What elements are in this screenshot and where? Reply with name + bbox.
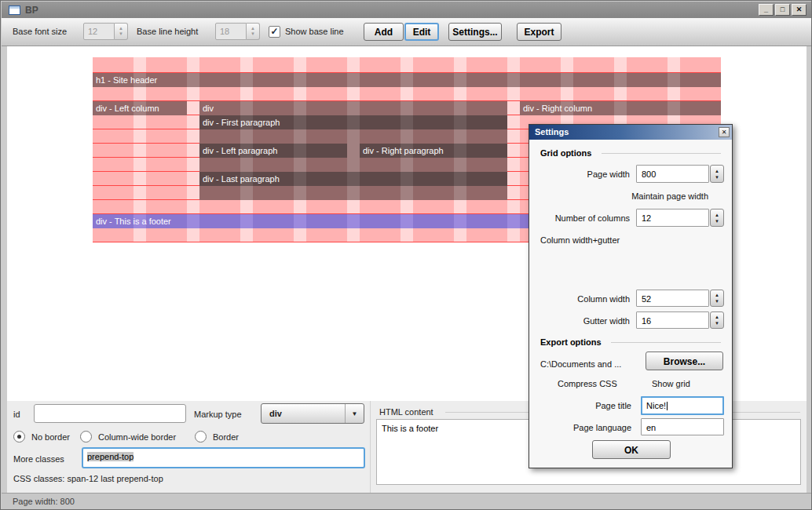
show-base-line-label: Show base line (285, 27, 344, 36)
close-button[interactable]: ✕ (792, 4, 807, 16)
markup-type-label: Markup type (194, 410, 242, 419)
canvas-element-right-column[interactable]: div - Right column (520, 101, 721, 115)
canvas-element-site-header[interactable]: h1 - Site header (93, 73, 721, 87)
markup-type-dropdown[interactable]: div ▼ (261, 403, 364, 424)
text-caret (667, 402, 668, 410)
spin-down-icon[interactable]: ▼ (715, 174, 719, 180)
column-width-input[interactable]: 52 (636, 290, 709, 307)
border-radio[interactable] (195, 431, 207, 443)
canvas-element-first-paragraph[interactable]: div - First paragraph (199, 115, 507, 129)
gutter-width-spin-buttons[interactable]: ▲ ▼ (710, 311, 724, 329)
no-border-label: No border (31, 432, 70, 442)
column-width-spin-buttons[interactable]: ▲ ▼ (710, 290, 724, 307)
markup-type-value: div (262, 409, 345, 418)
dropdown-arrow-icon: ▼ (345, 404, 364, 423)
base-font-size-value[interactable]: 12 (83, 23, 115, 40)
more-classes-label: More classes (13, 454, 64, 464)
check-icon: ✓ (270, 26, 278, 37)
canvas-element-left-column[interactable]: div - Left column (93, 101, 187, 115)
application-window: BP _ □ ✕ Base font size 12 ▲ ▼ Base line… (0, 0, 812, 510)
spin-up-icon[interactable]: ▲ (715, 212, 719, 218)
export-button[interactable]: Export (517, 23, 561, 41)
page-language-label: Page language (529, 423, 631, 432)
selected-text: prepend-top (87, 452, 134, 461)
export-path-text: C:\Documents and ... (540, 359, 642, 369)
base-line-height-spinner[interactable]: 18 ▲ ▼ (215, 23, 260, 40)
maintain-page-width-label: Maintain page width (529, 191, 708, 201)
spin-up-icon[interactable]: ▲ (715, 168, 719, 174)
number-of-columns-label: Number of columns (529, 213, 630, 223)
canvas-element-last-paragraph[interactable]: div - Last paragraph (199, 172, 507, 186)
spin-down-icon[interactable]: ▼ (715, 218, 719, 224)
more-classes-input[interactable]: prepend-top (82, 447, 365, 468)
browse-button[interactable]: Browse... (646, 352, 723, 370)
html-content-label: HTML content (379, 407, 433, 417)
grid-options-line (602, 153, 721, 154)
spin-up-icon[interactable]: ▲ (119, 26, 123, 31)
id-label: id (13, 410, 20, 419)
canvas-element-right-paragraph[interactable]: div - Right paragraph (360, 144, 507, 158)
page-title-label: Page title (529, 401, 631, 410)
page-language-input[interactable]: en (641, 418, 724, 435)
page-width-spin-buttons[interactable]: ▲ ▼ (710, 165, 724, 183)
base-line-height-label: Base line height (137, 27, 198, 36)
page-width-label: Page width (529, 169, 630, 179)
column-width-label: Column width (529, 294, 630, 304)
spin-up-icon[interactable]: ▲ (251, 26, 255, 31)
page-title-input[interactable]: Nice! (641, 396, 724, 415)
edit-button[interactable]: Edit (404, 23, 439, 41)
status-text: Page width: 800 (13, 497, 75, 506)
border-label: Border (213, 432, 239, 442)
base-line-height-spin-buttons[interactable]: ▲ ▼ (247, 23, 260, 40)
export-options-heading: Export options (540, 337, 602, 347)
spin-down-icon[interactable]: ▼ (715, 320, 719, 326)
grid-options-heading: Grid options (540, 148, 591, 158)
gutter-width-label: Gutter width (529, 316, 630, 326)
export-options-line (611, 342, 721, 343)
spin-up-icon[interactable]: ▲ (715, 314, 719, 320)
column-wide-border-label: Column-wide border (98, 432, 176, 442)
title-bar[interactable]: BP _ □ ✕ (2, 2, 811, 18)
spin-down-icon[interactable]: ▼ (715, 298, 719, 304)
app-icon (9, 5, 20, 15)
base-line-height-value[interactable]: 18 (215, 23, 247, 40)
column-width-gutter-label: Column width+gutter (529, 235, 630, 245)
settings-dialog: Settings ✕ Grid options Page width 800 ▲… (529, 124, 733, 468)
page-title-value: Nice! (646, 401, 666, 410)
settings-button[interactable]: Settings... (448, 23, 502, 41)
page-width-input[interactable]: 800 (636, 165, 709, 183)
dialog-title: Settings (535, 127, 569, 137)
toolbar: Base font size 12 ▲ ▼ Base line height 1… (2, 18, 811, 46)
spin-down-icon[interactable]: ▼ (119, 31, 123, 37)
canvas-element-left-paragraph[interactable]: div - Left paragraph (199, 144, 347, 158)
spin-down-icon[interactable]: ▼ (251, 31, 255, 37)
no-border-radio[interactable] (13, 431, 25, 443)
base-font-size-spin-buttons[interactable]: ▲ ▼ (115, 23, 128, 40)
base-font-size-spinner[interactable]: 12 ▲ ▼ (83, 23, 128, 40)
dialog-title-bar[interactable]: Settings (529, 125, 732, 140)
show-grid-label: Show grid (652, 379, 722, 388)
minimize-button[interactable]: _ (759, 4, 774, 16)
compress-css-label: Compress CSS (558, 379, 636, 388)
id-input[interactable] (34, 404, 186, 423)
dialog-close-button[interactable]: ✕ (719, 127, 730, 137)
column-wide-border-radio[interactable] (80, 431, 92, 443)
status-bar: Page width: 800 (2, 493, 811, 510)
ok-button[interactable]: OK (592, 440, 671, 459)
panel-divider (370, 401, 371, 493)
gutter-width-input[interactable]: 16 (636, 311, 709, 329)
window-title: BP (25, 5, 38, 16)
number-of-columns-input[interactable]: 12 (636, 209, 709, 227)
add-button[interactable]: Add (364, 23, 404, 41)
number-of-columns-spin-buttons[interactable]: ▲ ▼ (710, 209, 724, 227)
spin-up-icon[interactable]: ▲ (715, 292, 719, 298)
base-font-size-label: Base font size (13, 27, 67, 36)
maximize-button[interactable]: □ (775, 4, 790, 16)
show-base-line-checkbox[interactable]: ✓ (269, 26, 280, 38)
css-classes-text: CSS classes: span-12 last prepend-top (13, 474, 163, 483)
